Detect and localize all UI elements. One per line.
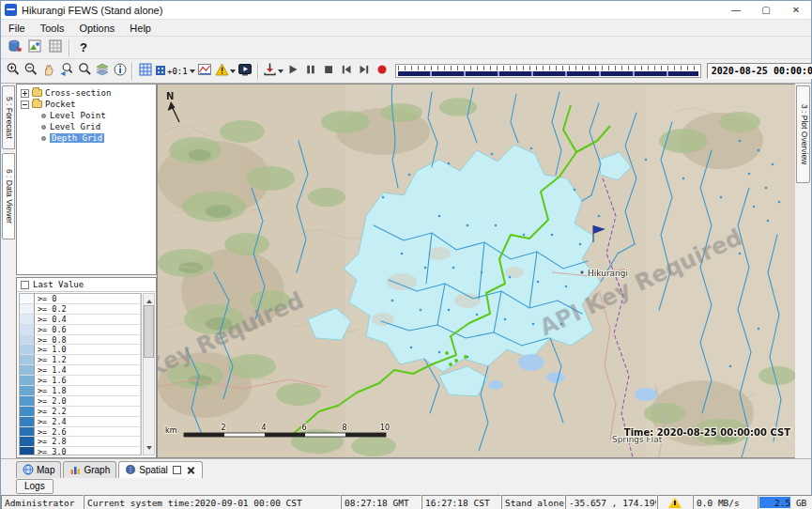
legend-label: >= 2.6 [35, 427, 141, 437]
tree-item-pocket[interactable]: Pocket [17, 99, 156, 110]
legend-row[interactable]: >= 1.8 [20, 386, 141, 396]
legend-row[interactable]: >= 1.6 [20, 376, 141, 386]
legend-row[interactable]: >= 0.2 [20, 304, 141, 315]
grid-view-button[interactable] [136, 61, 154, 81]
legend-row[interactable]: >= 2.4 [20, 417, 141, 427]
legend-label: >= 0.4 [35, 315, 141, 324]
tree-item-depth-grid[interactable]: Depth Grid [17, 132, 156, 144]
expand-plus-icon[interactable] [21, 89, 29, 98]
interval-icon [155, 63, 166, 80]
record-icon [375, 63, 389, 80]
legend-swatch [20, 386, 35, 395]
collapse-minus-icon[interactable] [21, 100, 29, 109]
legend-row[interactable]: >= 0.4 [20, 315, 141, 325]
legend-row[interactable]: >= 1.4 [20, 365, 141, 376]
help-button[interactable]: ? [73, 38, 94, 57]
scroll-down-icon[interactable] [144, 443, 154, 455]
legend-row[interactable]: >= 1.0 [20, 345, 141, 355]
layers-button[interactable] [93, 61, 111, 81]
zoom-in-icon [6, 62, 21, 81]
legend-row[interactable]: >= 3.0 [20, 447, 141, 455]
legend-swatch [20, 417, 35, 426]
warning-combo[interactable] [214, 61, 237, 81]
maximize-button[interactable]: ▢ [751, 1, 781, 19]
profile-button[interactable] [196, 61, 214, 81]
legend-row[interactable]: >= 0.8 [20, 335, 141, 346]
scrollbar-thumb[interactable] [144, 305, 154, 358]
status-user: Administrator [1, 495, 84, 509]
node-bullet-icon [41, 125, 46, 130]
menu-item-help[interactable]: Help [122, 21, 159, 36]
timeline-slider[interactable] [395, 64, 701, 78]
menu-item-tools[interactable]: Tools [33, 21, 72, 36]
zoom-previous-button[interactable] [57, 61, 75, 81]
warning-icon [668, 498, 682, 508]
animation-display-button[interactable] [237, 61, 254, 81]
legend-label: >= 1.8 [35, 386, 141, 395]
tab-map[interactable]: Map [16, 461, 61, 478]
tab-spatial[interactable]: Spatial [118, 461, 203, 478]
tab-plot-overview[interactable]: 3 : Plot Overview [796, 85, 810, 183]
step-back-button[interactable] [338, 61, 356, 81]
tree-item-cross-section[interactable]: Cross-section [17, 87, 156, 99]
undock-icon[interactable] [173, 466, 181, 474]
database-button[interactable] [4, 38, 24, 57]
legend-label: >= 2.8 [35, 437, 141, 446]
play-button[interactable] [284, 61, 302, 81]
svg-text:8: 8 [342, 424, 346, 432]
tree-item-level-point[interactable]: Level Point [17, 110, 156, 121]
legend-row[interactable]: >= 1.2 [20, 355, 141, 365]
pan-hand-icon [41, 62, 56, 81]
logs-button[interactable]: Logs [16, 479, 54, 494]
record-button[interactable] [374, 61, 391, 81]
info-button[interactable] [111, 61, 129, 81]
zoom-box-button[interactable] [75, 61, 93, 81]
play-icon [286, 63, 299, 80]
toolbar-separator [66, 39, 73, 56]
zoom-in-button[interactable] [4, 61, 22, 81]
close-tab-icon[interactable] [186, 465, 196, 475]
display-icon [237, 62, 253, 81]
stop-button[interactable] [320, 61, 338, 81]
last-value-checkbox[interactable] [21, 281, 29, 289]
menu-item-options[interactable]: Options [71, 21, 122, 36]
export-combo[interactable] [262, 61, 284, 81]
legend-swatch [20, 407, 35, 416]
tree-item-label: Pocket [45, 100, 76, 109]
status-warning[interactable] [657, 495, 693, 509]
minimize-button[interactable]: — [721, 1, 751, 19]
export-download-icon [263, 62, 277, 80]
status-gmt-time: 08:27:18 GMT [341, 495, 421, 509]
pause-button[interactable] [302, 61, 320, 81]
tab-forecast[interactable]: 5 : Forecast [2, 85, 15, 149]
interval-combo[interactable]: +0:1 [154, 61, 196, 81]
map-viewport[interactable]: API Key Required API Key Required Hikura… [157, 84, 797, 458]
logs-row: Logs [1, 478, 811, 495]
tab-graph[interactable]: Graph [63, 461, 116, 478]
main-area: 5 : Forecast 6 : Data Viewer Cross-secti… [1, 84, 811, 458]
pan-button[interactable] [39, 61, 57, 81]
tab-data-viewer[interactable]: 6 : Data Viewer [2, 153, 15, 239]
legend-scrollbar[interactable] [143, 293, 155, 455]
close-button[interactable]: ✕ [781, 1, 811, 19]
grid-display-button[interactable] [45, 38, 66, 57]
legend-row[interactable]: >= 2.8 [20, 437, 141, 447]
zoom-out-button[interactable] [22, 61, 39, 81]
legend-row[interactable]: >= 2.0 [20, 396, 141, 407]
legend-row[interactable]: >= 0.6 [20, 325, 141, 335]
scroll-up-icon[interactable] [144, 294, 154, 305]
map-display-button[interactable] [24, 38, 45, 57]
legend-row[interactable]: >= 2.6 [20, 427, 141, 438]
zoom-previous-icon [59, 62, 74, 81]
timeline-bar [398, 71, 698, 76]
legend-row[interactable]: >= 0 [20, 294, 141, 304]
tree-item-level-grid[interactable]: Level Grid [17, 121, 156, 132]
menu-item-file[interactable]: File [1, 21, 33, 36]
status-mode: Stand alone [501, 495, 565, 509]
step-forward-button[interactable] [356, 61, 374, 81]
statusbar: Administrator Current system time:2020-0… [1, 495, 811, 509]
legend-row[interactable]: >= 2.2 [20, 407, 141, 417]
map-canvas[interactable]: API Key Required API Key Required Hikura… [158, 85, 796, 457]
legend-swatch [20, 447, 35, 455]
map-grid-icon [48, 39, 63, 57]
